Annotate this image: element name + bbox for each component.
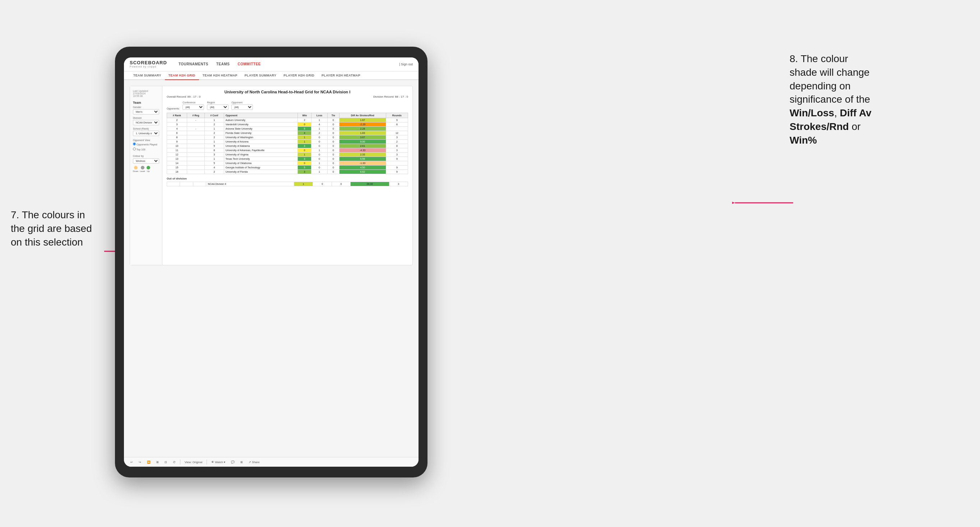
cell-6-1	[187, 144, 204, 148]
cell-2-3: Arizona State University	[224, 126, 298, 131]
tablet-screen: SCOREBOARD Powered by clippd TOURNAMENTS…	[124, 57, 418, 467]
cell-3-6: 0	[327, 131, 339, 135]
cell-7-1	[187, 148, 204, 152]
col-tie: Tie	[327, 113, 339, 118]
ood-loss: 0	[313, 182, 332, 186]
cell-2-5: 1	[312, 126, 327, 131]
tab-player-summary[interactable]: PLAYER SUMMARY	[241, 71, 280, 80]
ood-division: NCAA Division II	[206, 182, 294, 186]
opponent-select[interactable]: (All)	[231, 105, 253, 110]
radio-opponents-played[interactable]: Opponents Played	[133, 143, 159, 146]
cell-11-7: 4.50	[339, 165, 386, 170]
nav-teams[interactable]: TEAMS	[216, 61, 231, 67]
cell-5-4: 1	[298, 139, 312, 144]
region-select[interactable]: (All)	[207, 105, 229, 110]
view-original-btn[interactable]: View: Original	[183, 460, 204, 465]
cell-10-1	[187, 161, 204, 165]
dashboard-panel: Last Updated: 27/03/2024 16:55:38 Team G…	[130, 86, 413, 265]
legend-level: Level	[140, 166, 145, 172]
watch-btn[interactable]: 👁 Watch ▾	[210, 460, 227, 465]
grid-btn[interactable]: ⊞	[239, 460, 244, 465]
nav-committee[interactable]: COMMITTEE	[237, 61, 262, 67]
annotation-left: 7. The colours inthe grid are basedon th…	[11, 208, 100, 249]
cell-4-3: University of Washington	[224, 135, 298, 139]
ood-rounds: 3	[389, 182, 408, 186]
cell-3-4: 4	[298, 131, 312, 135]
sidebar-division-label: Division	[133, 117, 159, 119]
cell-6-5: 0	[312, 144, 327, 148]
cell-3-8: 12	[386, 131, 408, 135]
cell-4-1	[187, 135, 204, 139]
cell-6-3: University of Alabama	[224, 144, 298, 148]
cell-8-4: 1	[298, 152, 312, 157]
col-conf: # Conf	[204, 113, 224, 118]
col-loss: Loss	[312, 113, 327, 118]
tab-team-h2h-heatmap[interactable]: TEAM H2H HEATMAP	[199, 71, 241, 80]
cell-4-6: 0	[327, 135, 339, 139]
cell-5-2: 1	[204, 139, 224, 144]
cell-1-4: 0	[298, 122, 312, 126]
radio-group: Opponents Played Top 100	[133, 143, 159, 152]
opponents-label: Opponents:	[167, 107, 180, 110]
colour-by-select[interactable]: Win/loss	[133, 158, 159, 164]
cell-5-7: 9.00	[339, 139, 386, 144]
cell-8-2: 3	[204, 152, 224, 157]
cell-1-8: 8	[386, 122, 408, 126]
sidebar-school-label: School (Rank)	[133, 127, 159, 130]
cell-2-6: 0	[327, 126, 339, 131]
sidebar-school-select[interactable]: 1. University of Nort...	[133, 131, 159, 136]
sidebar-gender-label: Gender	[133, 106, 159, 108]
sidebar-division-select[interactable]: NCAA Division I	[133, 120, 159, 125]
filter-region: Region (All)	[207, 101, 229, 110]
cell-8-6: 0	[327, 152, 339, 157]
cell-2-4: 5	[298, 126, 312, 131]
cell-4-4: 1	[298, 135, 312, 139]
nav-links: TOURNAMENTS TEAMS COMMITTEE	[178, 61, 261, 67]
radio-top100[interactable]: Top 100	[133, 148, 159, 151]
col-rank: # Rank	[167, 113, 187, 118]
cell-5-3: University of Arizona	[224, 139, 298, 144]
out-of-division-row: NCAA Division II 1 0 0 26.00 3	[167, 182, 408, 186]
legend-row: Down Level Up	[133, 166, 159, 172]
undo-btn[interactable]: ↩	[129, 460, 134, 465]
expand-btn[interactable]: ⊡	[163, 460, 169, 465]
cell-7-8: 3	[386, 148, 408, 152]
cell-12-3: University of Florida	[224, 170, 298, 174]
comment-btn[interactable]: 💬	[229, 460, 236, 465]
forward-btn[interactable]: ⏩	[145, 460, 152, 465]
arrow-right	[732, 197, 797, 208]
tab-team-h2h-grid[interactable]: TEAM H2H GRID	[165, 71, 199, 80]
legend-circle-down	[134, 166, 138, 170]
table-row: 131Texas Tech University3005.569	[167, 157, 408, 161]
crop-btn[interactable]: ⊞	[155, 460, 160, 465]
grid-table: # Rank # Reg # Conf Opponent Win Loss Ti…	[167, 113, 408, 174]
cell-12-2: 2	[204, 170, 224, 174]
tablet-device: SCOREBOARD Powered by clippd TOURNAMENTS…	[115, 47, 428, 478]
conference-select[interactable]: (All)	[183, 105, 204, 110]
cell-11-8: 9	[386, 165, 408, 170]
col-win: Win	[298, 113, 312, 118]
toolbar-sep1	[180, 460, 180, 465]
filters-row: Opponents: Conference (All) Region (All)	[167, 101, 408, 110]
table-row: 123University of Virginia1002.333	[167, 152, 408, 157]
cell-0-4: 2	[298, 118, 312, 122]
cell-0-2: 1	[204, 118, 224, 122]
cell-1-1	[187, 122, 204, 126]
redo-btn[interactable]: ↪	[137, 460, 143, 465]
tab-player-h2h-grid[interactable]: PLAYER H2H GRID	[280, 71, 318, 80]
grid-title: University of North Carolina Head-to-Hea…	[167, 90, 408, 94]
tab-team-summary[interactable]: TEAM SUMMARY	[130, 71, 165, 80]
share-btn[interactable]: ↗ Share	[247, 460, 261, 465]
cell-7-4: 0	[298, 148, 312, 152]
cell-1-3: Vanderbilt University	[224, 122, 298, 126]
sidebar-gender-select[interactable]: Men's	[133, 109, 159, 114]
sub-nav: TEAM SUMMARY TEAM H2H GRID TEAM H2H HEAT…	[124, 71, 418, 80]
sign-out-link[interactable]: | Sign out	[399, 62, 413, 66]
clock-btn[interactable]: ⏱	[171, 460, 177, 465]
nav-tournaments[interactable]: TOURNAMENTS	[178, 61, 209, 67]
ood-tie: 0	[332, 182, 350, 186]
opponent-view-label: Opponent View	[133, 139, 159, 141]
tab-player-h2h-heatmap[interactable]: PLAYER H2H HEATMAP	[318, 71, 364, 80]
legend-circle-up	[146, 166, 150, 170]
out-of-division-label: Out of division	[167, 177, 408, 180]
